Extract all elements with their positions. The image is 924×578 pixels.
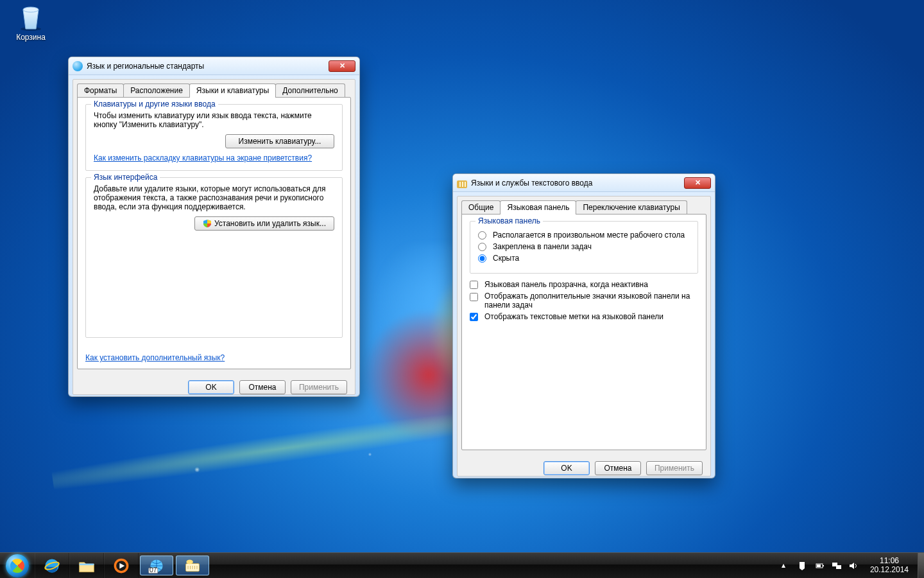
group-language-bar: Языковая панель Располагается в произвол… [470, 221, 698, 274]
group-display-language: Язык интерфейса Добавьте или удалите язы… [85, 177, 343, 338]
folder-icon [78, 557, 96, 575]
dialog-footer: OK Отмена Применить [73, 374, 355, 397]
tab-formats[interactable]: Форматы [77, 83, 124, 98]
radio-hidden[interactable]: Скрыта [478, 254, 690, 263]
taskbar-pin-media-player[interactable] [104, 553, 139, 578]
window-region-language[interactable]: Язык и региональные стандарты ✕ Форматы … [68, 57, 360, 397]
tab-language-bar[interactable]: Языковая панель [500, 200, 576, 215]
cancel-button[interactable]: Отмена [239, 380, 286, 394]
checkbox-extra-icons-label: Отображать дополнительные значки языково… [484, 292, 698, 310]
media-player-icon [112, 557, 130, 575]
group-keyboards: Клавиатуры и другие языки ввода Чтобы из… [85, 104, 343, 171]
link-how-install-language[interactable]: Как установить дополнительный язык? [85, 353, 225, 362]
group-keyboards-legend: Клавиатуры и другие языки ввода [91, 100, 218, 109]
taskbar[interactable]: 07 ▴ 11:06 20.12.2014 [0, 552, 924, 578]
titlebar-region-language[interactable]: Язык и региональные стандарты ✕ [69, 57, 359, 75]
dialog-footer: OK Отмена Применить [458, 455, 710, 478]
apply-button[interactable]: Применить [646, 461, 703, 475]
checkbox-extra-icons[interactable]: Отображать дополнительные значки языково… [470, 292, 698, 310]
desktop-icon-label: Корзина [8, 33, 54, 42]
window-title: Языки и службы текстового ввода [471, 179, 684, 188]
uac-shield-icon [203, 219, 212, 228]
svg-rect-18 [817, 565, 821, 567]
group-display-language-text: Добавьте или удалите языки, которые могу… [94, 184, 334, 211]
group-display-language-legend: Язык интерфейса [91, 173, 160, 182]
close-button[interactable]: ✕ [329, 60, 355, 72]
tray-volume-icon[interactable] [848, 561, 859, 571]
checkbox-transparent-label: Языковая панель прозрачна, когда неактив… [484, 280, 648, 289]
tray-power-icon[interactable] [815, 561, 825, 571]
radio-floating-input[interactable] [478, 231, 486, 240]
svg-rect-20 [836, 565, 841, 569]
radio-docked[interactable]: Закреплена в панели задач [478, 242, 690, 251]
window-text-services[interactable]: Языки и службы текстового ввода ✕ Общие … [452, 173, 715, 478]
link-welcome-screen-layout[interactable]: Как изменить раскладку клавиатуры на экр… [94, 153, 312, 162]
svg-point-15 [186, 559, 193, 564]
radio-docked-label: Закреплена в панели задач [493, 242, 592, 251]
tray-clock[interactable]: 11:06 20.12.2014 [865, 557, 914, 575]
radio-floating[interactable]: Располагается в произвольном месте рабоч… [478, 231, 690, 240]
tab-location[interactable]: Расположение [123, 83, 190, 98]
region-language-icon [73, 61, 83, 71]
tab-keyboards[interactable]: Языки и клавиатуры [189, 83, 276, 98]
radio-floating-label: Располагается в произвольном месте рабоч… [493, 231, 685, 240]
titlebar-text-services[interactable]: Языки и службы текстового ввода ✕ [453, 174, 715, 192]
keyboard-app-icon [184, 557, 201, 575]
tray-action-center-icon[interactable] [798, 561, 809, 571]
tab-advanced[interactable]: Дополнительно [275, 83, 345, 98]
checkbox-transparent-input[interactable] [470, 281, 478, 289]
checkbox-extra-icons-input[interactable] [470, 293, 478, 301]
change-keyboard-button[interactable]: Изменить клавиатуру... [225, 134, 334, 148]
group-keyboards-text: Чтобы изменить клавиатуру или язык ввода… [94, 111, 334, 129]
tab-general[interactable]: Общие [461, 200, 501, 215]
start-button[interactable] [0, 553, 35, 578]
system-tray[interactable]: ▴ 11:06 20.12.2014 [778, 553, 918, 578]
checkbox-text-labels-label: Отображать текстовые метки на языковой п… [484, 312, 663, 321]
taskbar-running-text-services[interactable] [176, 556, 209, 575]
ok-button[interactable]: OK [543, 461, 590, 475]
tab-strip: Форматы Расположение Языки и клавиатуры … [73, 80, 355, 98]
internet-explorer-icon [43, 557, 61, 575]
svg-rect-17 [823, 565, 824, 566]
tray-show-hidden-icon[interactable]: ▴ [782, 561, 792, 571]
install-uninstall-language-button[interactable]: Установить или удалить язык... [194, 216, 334, 231]
checkbox-text-labels[interactable]: Отображать текстовые метки на языковой п… [470, 312, 698, 321]
group-language-bar-legend: Языковая панель [475, 216, 543, 225]
cancel-button[interactable]: Отмена [595, 461, 641, 475]
radio-docked-input[interactable] [478, 243, 486, 251]
radio-hidden-input[interactable] [478, 254, 486, 263]
start-orb-icon [6, 554, 29, 577]
checkbox-text-labels-input[interactable] [470, 313, 478, 321]
keyboard-icon [457, 178, 467, 188]
radio-hidden-label: Скрыта [493, 254, 519, 263]
region-language-icon: 07 [148, 557, 166, 575]
window-title: Язык и региональные стандарты [87, 62, 329, 71]
ok-button[interactable]: OK [188, 380, 234, 394]
tray-clock-date: 20.12.2014 [870, 566, 909, 575]
recycle-bin-icon [16, 3, 46, 31]
tray-network-icon[interactable] [832, 561, 842, 571]
tray-clock-time: 11:06 [870, 557, 909, 566]
taskbar-pin-ie[interactable] [35, 553, 69, 578]
apply-button[interactable]: Применить [291, 380, 347, 394]
svg-point-1 [23, 7, 38, 12]
close-button[interactable]: ✕ [684, 177, 711, 189]
svg-text:07: 07 [150, 565, 157, 573]
checkbox-transparent[interactable]: Языковая панель прозрачна, когда неактив… [470, 280, 698, 289]
show-desktop-button[interactable] [918, 553, 924, 578]
taskbar-pin-explorer[interactable] [69, 553, 104, 578]
install-uninstall-language-label: Установить или удалить язык... [214, 219, 326, 228]
taskbar-running-region-language[interactable]: 07 [140, 556, 173, 575]
tab-strip: Общие Языковая панель Переключение клави… [458, 197, 710, 215]
tab-key-switching[interactable]: Переключение клавиатуры [576, 200, 687, 215]
desktop-icon-recycle-bin[interactable]: Корзина [8, 3, 54, 42]
